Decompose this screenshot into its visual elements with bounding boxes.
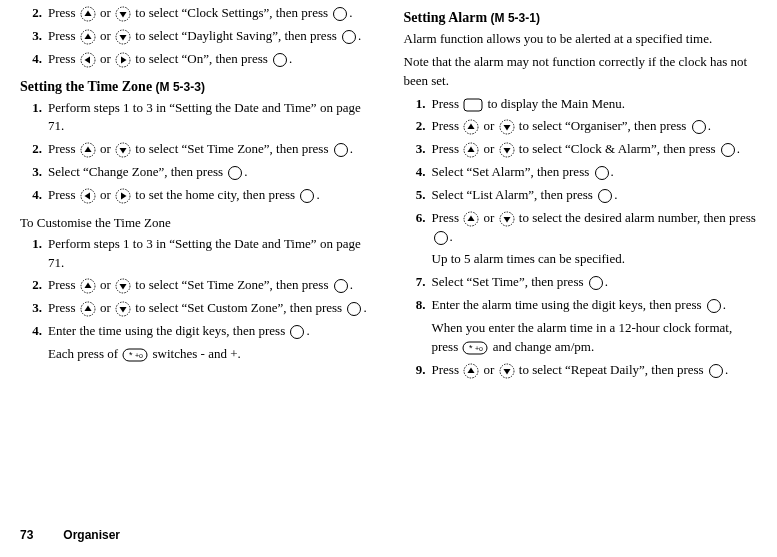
step-text: Select “Set Alarm”, then press .: [432, 163, 758, 182]
svg-point-25: [301, 189, 314, 202]
heading-text: Setting the Time Zone: [20, 79, 152, 94]
svg-rect-40: [464, 99, 482, 111]
step-number: 9.: [404, 361, 432, 380]
step-number: 1.: [404, 95, 432, 114]
step-text: Enter the time using the digit keys, the…: [48, 322, 374, 341]
down-icon: [115, 278, 131, 294]
ok-icon: [720, 142, 736, 158]
step-text: Press or to set the home city, then pres…: [48, 186, 374, 205]
svg-point-50: [721, 144, 734, 157]
svg-point-20: [229, 167, 242, 180]
svg-marker-16: [84, 147, 91, 153]
svg-point-35: [348, 303, 361, 316]
svg-marker-29: [120, 284, 127, 290]
ok-icon: [433, 230, 449, 246]
step-number: 1.: [20, 99, 48, 137]
pre-step: 3. Press or to select “Daylight Saving”,…: [20, 27, 374, 46]
up-icon: [463, 119, 479, 135]
step-continuation: Up to 5 alarm times can be specified.: [432, 250, 758, 269]
step-text: Press or to select “Clock & Alarm”, then…: [432, 140, 758, 159]
ok-icon: [272, 52, 288, 68]
left-icon: [80, 52, 96, 68]
svg-marker-3: [120, 12, 127, 18]
ok-icon: [333, 142, 349, 158]
heading-customise-zone: To Customise the Time Zone: [20, 215, 374, 231]
svg-marker-64: [468, 367, 475, 373]
step-text: Press or to select “On”, then press .: [48, 50, 374, 69]
alarm-step: 4. Select “Set Alarm”, then press .: [404, 163, 758, 182]
step-number: 3.: [20, 27, 48, 46]
step-text: Perform steps 1 to 3 in “Setting the Dat…: [48, 235, 374, 273]
step-number: 3.: [404, 140, 432, 159]
down-icon: [499, 119, 515, 135]
ok-icon: [333, 278, 349, 294]
ok-icon: [341, 29, 357, 45]
pre-step: 4. Press or to select “On”, then press .: [20, 50, 374, 69]
step-number: 6.: [404, 209, 432, 247]
svg-point-67: [709, 364, 722, 377]
step-number: 7.: [404, 273, 432, 292]
svg-point-36: [291, 326, 304, 339]
svg-point-30: [334, 280, 347, 293]
step-text: Press or to select “Set Custom Zone”, th…: [48, 299, 374, 318]
ok-icon: [594, 165, 610, 181]
step-text: Press to display the Main Menu.: [432, 95, 758, 114]
up-icon: [80, 142, 96, 158]
step-text: Press or to select “Daylight Saving”, th…: [48, 27, 374, 46]
ok-icon: [299, 188, 315, 204]
note-paragraph: Note that the alarm may not function cor…: [404, 53, 758, 91]
down-icon: [115, 301, 131, 317]
step-text: Select “Set Time”, then press .: [432, 273, 758, 292]
ok-icon: [346, 301, 362, 317]
down-icon: [115, 6, 131, 22]
svg-marker-56: [503, 217, 510, 223]
tz-step: 1. Perform steps 1 to 3 in “Setting the …: [20, 99, 374, 137]
svg-marker-32: [84, 306, 91, 312]
svg-text:*: *: [469, 343, 473, 353]
step-number: 2.: [404, 117, 432, 136]
right-column: Setting Alarm (M 5-3-1)Alarm function al…: [404, 0, 758, 520]
up-icon: [463, 142, 479, 158]
svg-marker-6: [84, 33, 91, 39]
down-icon: [115, 29, 131, 45]
alarm-step: 2. Press or to select “Organiser”, then …: [404, 117, 758, 136]
svg-point-9: [343, 30, 356, 43]
step-number: 4.: [404, 163, 432, 182]
left-column: 2. Press or to select “Clock Settings”, …: [20, 0, 374, 520]
alarm-step: 6. Press or to select the desired alarm …: [404, 209, 758, 247]
down-icon: [115, 142, 131, 158]
alarm-step: 8. Enter the alarm time using the digit …: [404, 296, 758, 315]
step-text: Press or to select “Set Time Zone”, then…: [48, 140, 374, 159]
svg-marker-44: [503, 125, 510, 131]
svg-text:+o: +o: [475, 345, 483, 352]
step-number: 1.: [20, 235, 48, 273]
step-continuation: Each press of * +o switches - and +.: [48, 345, 374, 364]
svg-text:+o: +o: [135, 352, 143, 359]
svg-marker-13: [121, 56, 127, 63]
svg-text:*: *: [129, 350, 133, 360]
step-number: 3.: [20, 299, 48, 318]
svg-marker-8: [120, 35, 127, 41]
up-icon: [80, 6, 96, 22]
svg-marker-22: [84, 192, 90, 199]
step-number: 4.: [20, 322, 48, 341]
svg-point-59: [707, 300, 720, 313]
ok-icon: [597, 188, 613, 204]
menu-code: (M 5-3-3): [156, 80, 205, 94]
down-icon: [499, 142, 515, 158]
step-text: Press or to select “Organiser”, then pre…: [432, 117, 758, 136]
svg-point-45: [692, 121, 705, 134]
intro-paragraph: Alarm function allows you to be alerted …: [404, 30, 758, 49]
down-icon: [499, 363, 515, 379]
alarm-step: 5. Select “List Alarm”, then press .: [404, 186, 758, 205]
svg-marker-66: [503, 369, 510, 375]
section-name: Organiser: [63, 528, 120, 542]
ok-icon: [227, 165, 243, 181]
pre-step: 2. Press or to select “Clock Settings”, …: [20, 4, 374, 23]
svg-marker-54: [468, 215, 475, 221]
step-number: 2.: [20, 4, 48, 23]
svg-point-19: [334, 144, 347, 157]
right-icon: [115, 188, 131, 204]
ok-icon: [708, 363, 724, 379]
svg-point-57: [434, 231, 447, 244]
